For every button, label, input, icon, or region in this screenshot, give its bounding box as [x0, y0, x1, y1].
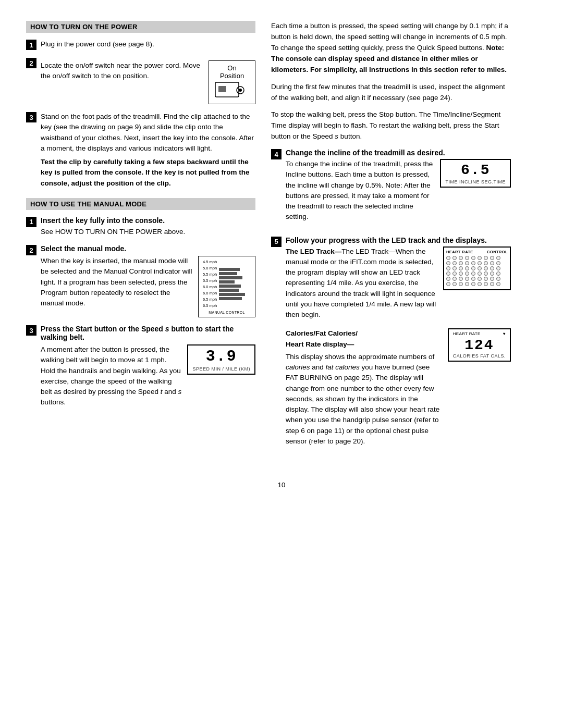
incline-num: 6.5 — [445, 162, 506, 178]
step-num-2: 2 — [26, 58, 36, 68]
cal-header: HEART RATE ♥ — [453, 331, 506, 336]
manual-step-2-text: When the key is inserted, the manual mod… — [41, 256, 193, 309]
speed-num: 3.9 — [192, 348, 250, 365]
step-num-4: 4 — [271, 149, 282, 159]
step-4: 4 Change the incline of the treadmill as… — [271, 149, 511, 229]
svg-rect-1 — [218, 86, 226, 92]
manual-step-2: 2 Select the manual mode. When the key i… — [26, 244, 255, 317]
incline-display: 6.5 TIME INCLINE SEG.TIME — [440, 159, 511, 188]
led-track-display: HEART RATE CONTROL — [443, 246, 511, 290]
manual-step-2-title: Select the manual mode. — [41, 244, 255, 253]
cal-body: This display shows the approximate numbe… — [286, 352, 442, 447]
ctrl-speeds: 4.5 mph 5.0 mph 5.5 mph 5.5 mph 6.0 mph … — [203, 259, 217, 309]
led-grid — [446, 256, 508, 286]
calories-section: Calories/Fat Calories/Heart Rate display… — [286, 328, 511, 452]
right-para-3: To stop the walking belt, press the Stop… — [271, 109, 511, 142]
right-para-2: During the first few minutes that the tr… — [271, 82, 511, 104]
manual-step-3-title: Press the Start button or the Speed s bu… — [41, 325, 255, 341]
manual-step-1-body: See HOW TO TURN ON THE POWER above. — [41, 227, 255, 237]
manual-step-1: 1 Insert the key fully into the console.… — [26, 216, 255, 237]
manual-ctrl-panel: 4.5 mph 5.0 mph 5.5 mph 5.5 mph 6.0 mph … — [198, 256, 255, 317]
led-track-subtitle: The LED Track—The LED Track—When the man… — [286, 246, 437, 320]
step-4-with-img: To change the incline of the treadmill, … — [286, 159, 511, 223]
manual-ctrl-box: 4.5 mph 5.0 mph 5.5 mph 5.5 mph 6.0 mph … — [198, 256, 255, 317]
manual-ctrl-rows: 4.5 mph 5.0 mph 5.5 mph 5.5 mph 6.0 mph … — [203, 259, 251, 309]
step-4-title: Change the incline of the treadmill as d… — [286, 149, 511, 157]
speed-labels: SPEED MIN / MILE (km) — [192, 366, 250, 372]
heart-rate-box: HEART RATE CONTROL — [443, 246, 511, 290]
page-number: 10 — [26, 481, 537, 489]
manual-step-num-1: 1 — [26, 217, 36, 227]
step-3-body-bold: Test the clip by carefully taking a few … — [41, 157, 255, 189]
calories-display: HEART RATE ♥ 124 CALORIES FAT CALS. — [448, 328, 511, 362]
incline-display-box: 6.5 TIME INCLINE SEG.TIME — [440, 159, 511, 188]
step-1-body: Plug in the power cord (see page 8). — [41, 39, 255, 50]
step-num-1: 1 — [26, 40, 36, 50]
speed-display-box: 3.9 SPEED MIN / MILE (km) — [187, 344, 255, 375]
step-3-power: 3 Stand on the foot pads of the treadmil… — [26, 112, 255, 189]
step-2-with-img: Locate the on/off switch near the power … — [41, 60, 255, 104]
cal-display-box: HEART RATE ♥ 124 CALORIES FAT CALS. — [448, 328, 511, 362]
step-2-text: Locate the on/off switch near the power … — [41, 60, 203, 82]
step-5-title: Follow your progress with the LED track … — [286, 236, 511, 244]
right-column: Each time a button is pressed, the speed… — [271, 21, 511, 465]
ctrl-bars — [219, 259, 245, 309]
page-container: HOW TO TURN ON THE POWER 1 Plug in the p… — [26, 21, 537, 465]
section-header-power: HOW TO TURN ON THE POWER — [26, 21, 255, 33]
manual-step-3: 3 Press the Start button or the Speed s … — [26, 325, 255, 408]
switch-illustration — [214, 80, 246, 101]
manual-step-1-title: Insert the key fully into the console. — [41, 216, 255, 225]
led-track-section: The LED Track—The LED Track—When the man… — [286, 246, 511, 323]
manual-step-num-2: 2 — [26, 245, 36, 255]
right-para-1: Each time a button is pressed, the speed… — [271, 21, 511, 76]
cal-subtitle: Calories/Fat Calories/Heart Rate display… — [286, 328, 442, 350]
step-1-power: 1 Plug in the power cord (see page 8). — [26, 39, 255, 50]
svg-point-3 — [239, 89, 242, 92]
step-3-body-normal: Stand on the foot pads of the treadmill.… — [41, 112, 255, 154]
manual-step-num-3: 3 — [26, 325, 36, 336]
ctrl-label: MANUAL CONTROL — [203, 311, 251, 314]
speed-display: 3.9 SPEED MIN / MILE (km) — [187, 344, 255, 375]
step-4-body: To change the incline of the treadmill, … — [286, 159, 434, 223]
section-header-manual: HOW TO USE THE MANUAL MODE — [26, 198, 255, 210]
calories-body: Calories/Fat Calories/Heart Rate display… — [286, 328, 442, 452]
step-num-3: 3 — [26, 112, 36, 122]
step-num-5: 5 — [271, 237, 282, 247]
switch-box: OnPosition — [209, 60, 255, 104]
led-track-body: The LED Track—The LED Track—When the man… — [286, 246, 437, 323]
step-2-power: 2 Locate the on/off switch near the powe… — [26, 57, 255, 104]
manual-step-3-text: A moment after the button is pressed, th… — [41, 344, 182, 408]
cal-num: 124 — [453, 337, 506, 353]
cal-labels: CALORIES FAT CALS. — [453, 353, 506, 359]
incline-labels: TIME INCLINE SEG.TIME — [445, 179, 506, 184]
step-5: 5 Follow your progress with the LED trac… — [271, 236, 511, 459]
manual-step-2-with-img: When the key is inserted, the manual mod… — [41, 256, 255, 317]
step-2-switch-img: OnPosition — [209, 60, 255, 104]
left-column: HOW TO TURN ON THE POWER 1 Plug in the p… — [26, 21, 255, 465]
switch-label: OnPosition — [214, 64, 250, 80]
manual-step-3-with-img: A moment after the button is pressed, th… — [41, 344, 255, 408]
hr-header: HEART RATE CONTROL — [446, 250, 508, 254]
